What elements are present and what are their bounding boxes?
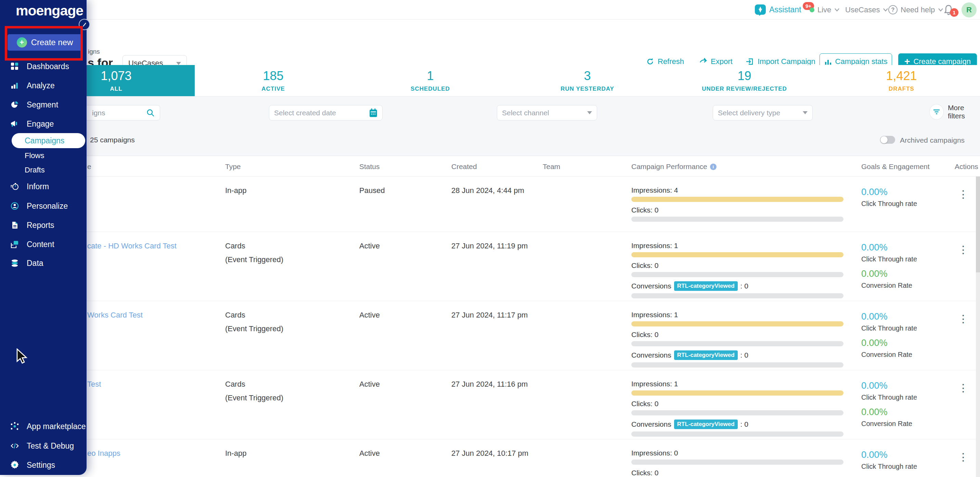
sidebar-item-engage[interactable]: Engage xyxy=(10,118,54,130)
goals-engagement: 0.00% Click Through rate 0.00% Conversio… xyxy=(861,380,917,433)
sidebar-item-settings[interactable]: Settings xyxy=(10,459,55,471)
table-row[interactable]: Works Card Test Cards (Event Triggered) … xyxy=(0,301,980,370)
campaign-status: Active xyxy=(359,449,380,458)
row-actions-kebab[interactable]: ⋮ xyxy=(958,382,969,394)
help-menu[interactable]: ? Need help xyxy=(888,0,943,19)
col-actions[interactable]: Actions xyxy=(955,162,978,171)
col-name[interactable]: e xyxy=(87,162,91,171)
table-row[interactable]: eo Inapps In-app Active 27 Jun 2024, 10:… xyxy=(0,439,980,477)
sidebar-item-content[interactable]: Content xyxy=(10,238,54,250)
sidebar-item-drafts[interactable]: Drafts xyxy=(25,165,45,175)
tab-run-yesterday[interactable]: 3 RUN YESTERDAY xyxy=(509,65,666,96)
campaign-name-link[interactable]: eo Inapps xyxy=(87,449,121,458)
ctr-value: 0.00% xyxy=(861,242,917,253)
impressions-label: Impressions: 0 xyxy=(631,449,844,457)
campaign-performance: Impressions: 4 Clicks: 0 xyxy=(631,186,844,226)
impressions-label: Impressions: 4 xyxy=(631,186,844,194)
goals-engagement: 0.00% Click Through rate 0.00% Conversio… xyxy=(861,242,917,295)
avatar[interactable]: R xyxy=(961,2,977,17)
chevron-down-icon xyxy=(834,8,840,12)
campaign-status: Active xyxy=(359,311,380,320)
page-header: igns s for UseCases Refresh Export Impor… xyxy=(0,19,980,65)
campaign-performance: Impressions: 0 Clicks: 0 xyxy=(631,449,844,477)
campaign-name-link[interactable]: Works Card Test xyxy=(87,311,143,320)
data-icon xyxy=(10,259,19,267)
created-date-filter[interactable]: Select created date xyxy=(269,105,383,121)
tab-active[interactable]: 185 ACTIVE xyxy=(195,65,352,96)
col-performance[interactable]: Campaign Performancei xyxy=(631,162,716,171)
impressions-label: Impressions: 1 xyxy=(631,242,844,250)
clicks-label: Clicks: 0 xyxy=(631,261,844,270)
environment-menu[interactable]: Live xyxy=(810,0,840,19)
clicks-label: Clicks: 0 xyxy=(631,206,844,214)
col-created[interactable]: Created xyxy=(451,162,477,171)
campaign-created: 27 Jun 2024, 11:19 pm xyxy=(451,242,528,250)
table-row[interactable]: In-app Paused 28 Jun 2024, 4:44 pm Impre… xyxy=(0,176,980,232)
tab-scheduled[interactable]: 1 SCHEDULED xyxy=(352,65,509,96)
moengage-logo: moengage xyxy=(16,3,83,19)
ctr-value: 0.00% xyxy=(861,450,917,460)
sidebar-item-inform[interactable]: Inform xyxy=(10,181,49,192)
info-icon[interactable]: i xyxy=(710,164,716,170)
assistant-menu[interactable]: Assistant xyxy=(754,0,801,19)
row-actions-kebab[interactable]: ⋮ xyxy=(958,188,969,200)
sidebar-item-test-debug[interactable]: Test & Debug xyxy=(10,440,74,452)
breadcrumb: igns xyxy=(88,48,100,56)
row-actions-kebab[interactable]: ⋮ xyxy=(958,313,969,325)
chevron-down-icon xyxy=(938,8,943,12)
sidebar-item-data[interactable]: Data xyxy=(10,257,43,269)
chevron-down-icon xyxy=(587,111,592,114)
col-goals[interactable]: Goals & Engagement xyxy=(861,162,930,171)
col-status[interactable]: Status xyxy=(359,162,380,171)
filter-icon xyxy=(929,104,944,120)
conversion-goal-badge: RTL-categoryViewed xyxy=(674,281,738,291)
campaign-created: 28 Jun 2024, 4:44 pm xyxy=(451,186,524,195)
cvr-label: Conversion Rate xyxy=(861,420,917,428)
scrollbar-thumb[interactable] xyxy=(976,176,980,272)
delivery-type-filter[interactable]: Select delivery type xyxy=(713,105,813,121)
col-type[interactable]: Type xyxy=(225,162,241,171)
ctr-label: Click Through rate xyxy=(861,200,917,208)
table-row[interactable]: cate - HD Works Card Test Cards (Event T… xyxy=(0,232,980,301)
clicks-bar xyxy=(631,272,843,277)
ctr-value: 0.00% xyxy=(861,312,917,322)
campaign-status: Active xyxy=(359,242,380,250)
mouse-cursor xyxy=(16,348,31,364)
refresh-icon xyxy=(646,57,654,66)
col-team[interactable]: Team xyxy=(543,162,560,171)
campaign-name-link[interactable]: Test xyxy=(87,380,101,389)
more-filters-button[interactable]: More filters xyxy=(929,104,980,120)
tab-under-review[interactable]: 19 UNDER REVIEW/REJECTED xyxy=(666,65,823,96)
workspace-menu[interactable]: UseCases xyxy=(845,0,888,19)
sidebar-item-segment[interactable]: Segment xyxy=(10,99,58,111)
sidebar-item-analyze[interactable]: Analyze xyxy=(10,80,55,91)
campaign-name-link[interactable]: cate - HD Works Card Test xyxy=(87,242,177,250)
clicks-bar xyxy=(631,216,843,222)
table-row[interactable]: Test Cards (Event Triggered) Active 27 J… xyxy=(0,370,980,439)
campaign-performance: Impressions: 1 Clicks: 0 Conversions RTL… xyxy=(631,242,844,302)
campaign-status: Paused xyxy=(359,186,385,195)
chevron-down-icon xyxy=(176,62,181,65)
personalize-icon xyxy=(10,202,19,210)
sidebar-item-dashboards[interactable]: Dashboards xyxy=(10,60,69,72)
archived-campaigns-toggle[interactable] xyxy=(880,136,895,144)
reports-icon xyxy=(10,221,19,230)
campaign-type: Cards (Event Triggered) xyxy=(225,242,283,264)
sidebar-item-flows[interactable]: Flows xyxy=(25,151,44,160)
sidebar-item-app-marketplace[interactable]: App marketplace xyxy=(10,421,86,432)
impressions-label: Impressions: 1 xyxy=(631,380,844,388)
cvr-label: Conversion Rate xyxy=(861,281,917,289)
row-actions-kebab[interactable]: ⋮ xyxy=(958,451,969,463)
channel-filter[interactable]: Select channel xyxy=(497,105,597,121)
conversions-label: Conversions RTL-categoryViewed : 0 xyxy=(631,281,844,291)
live-status-dot xyxy=(810,8,815,12)
sidebar-item-campaigns[interactable]: Campaigns xyxy=(12,133,85,148)
ctr-value: 0.00% xyxy=(861,380,917,391)
sidebar-item-personalize[interactable]: Personalize xyxy=(10,200,68,212)
impressions-bar xyxy=(631,197,843,202)
tab-drafts[interactable]: 1,421 DRAFTS xyxy=(823,65,980,96)
sidebar-item-reports[interactable]: Reports xyxy=(10,219,54,231)
analyze-icon xyxy=(10,81,19,90)
row-actions-kebab[interactable]: ⋮ xyxy=(958,243,969,256)
export-icon xyxy=(699,57,707,66)
